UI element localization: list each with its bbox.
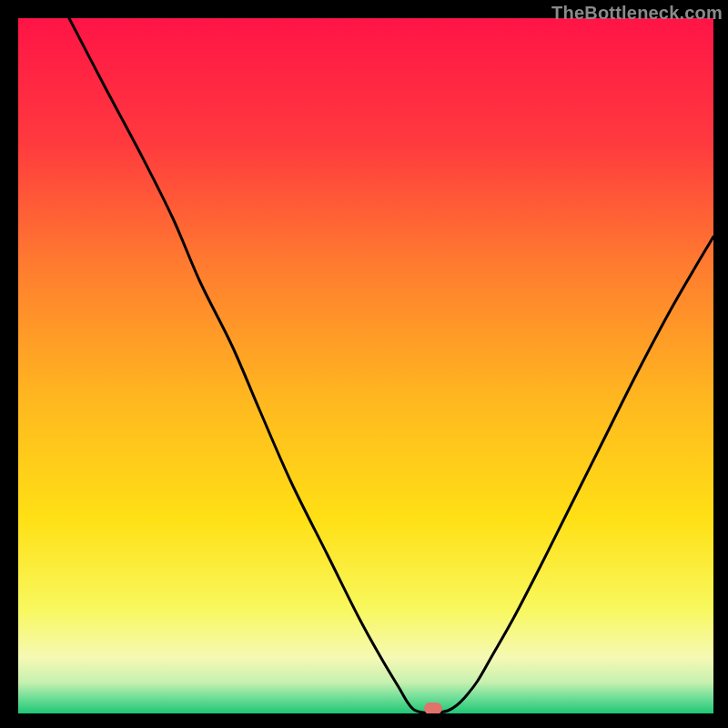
chart-marker bbox=[424, 703, 442, 714]
chart-stage: TheBottleneck.com bbox=[0, 0, 728, 728]
chart-line-series bbox=[18, 18, 713, 713]
plot-area bbox=[18, 18, 713, 713]
